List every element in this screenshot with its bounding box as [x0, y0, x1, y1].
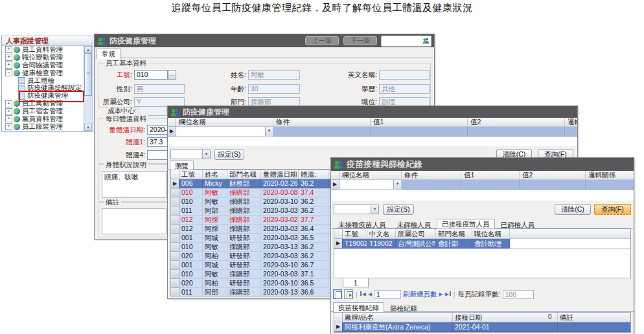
scroll-down-icon[interactable]: ▼: [84, 124, 92, 131]
table-cell[interactable]: 採購部: [227, 197, 261, 206]
filter-col-value1[interactable]: 值1: [461, 171, 520, 180]
browse-button[interactable]: …: [168, 70, 176, 80]
table-cell[interactable]: 011: [179, 206, 203, 216]
row-selector[interactable]: [171, 225, 179, 234]
table-cell[interactable]: Micky: [203, 179, 227, 188]
table-cell[interactable]: 2020-03-08: [261, 188, 299, 197]
table-cell[interactable]: 2020-03-03: [261, 234, 299, 243]
table-cell[interactable]: 採購部: [227, 270, 261, 279]
table-cell[interactable]: 採購部: [227, 216, 261, 225]
table-cell[interactable]: 36.2: [299, 179, 328, 188]
tab-0[interactable]: 未接種疫苗人員: [333, 219, 391, 229]
expand-icon[interactable]: +: [5, 115, 12, 122]
table-cell[interactable]: 001: [179, 234, 203, 243]
collapse-icon[interactable]: −: [5, 69, 12, 76]
prev-page-icon[interactable]: ◀: [368, 290, 372, 299]
table-cell[interactable]: 阿部: [203, 206, 227, 216]
tab-3[interactable]: 已篩檢人員: [496, 219, 540, 229]
expand-icon[interactable]: +: [5, 108, 12, 115]
filter-value2-cell[interactable]: [468, 127, 565, 137]
search-input[interactable]: [381, 36, 431, 47]
table-cell[interactable]: 採購部: [227, 188, 261, 197]
table-cell[interactable]: 36.2: [299, 206, 328, 216]
clear-button[interactable]: 清除(C): [555, 204, 591, 215]
table-cell[interactable]: 研發部: [227, 279, 261, 288]
table-cell[interactable]: 36.2: [299, 197, 328, 206]
row-selector[interactable]: [171, 261, 179, 270]
chevron-down-icon[interactable]: ▾: [371, 205, 378, 214]
column-header[interactable]: 體溫:: [299, 170, 328, 179]
filter-condition-cell[interactable]: [273, 127, 371, 137]
expand-icon[interactable]: +: [5, 46, 12, 53]
table-cell[interactable]: 010: [179, 197, 203, 206]
window-titlebar[interactable]: 防疫健康管理 上一筆 下一筆: [95, 34, 434, 47]
gender-field[interactable]: 男: [134, 84, 185, 94]
scroll-up-icon[interactable]: ▲: [84, 46, 92, 53]
row-selector[interactable]: [171, 243, 179, 252]
table-cell[interactable]: 2020-03-10: [261, 197, 299, 206]
filter-col-value2[interactable]: 值2: [468, 118, 565, 127]
last-page-icon[interactable]: ▶: [445, 290, 451, 299]
window-titlebar[interactable]: 疫苗接種與篩檢紀錄: [331, 158, 634, 171]
filter-field-dropdown[interactable]: ▾: [339, 180, 402, 190]
field-combo[interactable]: ▾: [334, 205, 379, 214]
column-header[interactable]: 廠牌/品名: [343, 313, 453, 322]
table-cell[interactable]: 採購部: [227, 243, 261, 252]
table-cell[interactable]: 阿柏: [203, 279, 227, 288]
window-titlebar[interactable]: 防疫健康管理: [168, 106, 577, 118]
expand-icon[interactable]: +: [5, 61, 12, 69]
tab-0[interactable]: 疫苗接種紀錄: [333, 302, 384, 313]
table-cell[interactable]: 37.7: [299, 216, 328, 225]
page-size-input[interactable]: 100: [503, 290, 534, 299]
filter-col-condition[interactable]: 條件: [402, 171, 461, 180]
next-page-icon[interactable]: ▶: [439, 290, 443, 299]
filter-value2-cell[interactable]: [520, 180, 586, 190]
row-selector[interactable]: ▶: [171, 179, 179, 188]
next-record-button[interactable]: 下一筆: [343, 36, 377, 45]
table-cell[interactable]: 阿敏: [203, 243, 227, 252]
table-cell[interactable]: 012: [179, 225, 203, 234]
table-cell[interactable]: 2020-03-03: [261, 270, 299, 279]
filter-col-field[interactable]: 欄位名稱: [339, 171, 402, 180]
table-cell[interactable]: 010: [179, 243, 203, 252]
table-cell[interactable]: 36.6: [299, 288, 328, 296]
filter-field-dropdown[interactable]: ▾: [176, 127, 273, 137]
table-cell[interactable]: 阿城: [203, 234, 227, 243]
filter-col-logic[interactable]: 邏輯關係: [586, 171, 634, 180]
filter-col-condition[interactable]: 條件: [273, 118, 371, 127]
age-field[interactable]: 30: [248, 84, 300, 94]
column-header[interactable]: 部門名稱: [436, 229, 472, 239]
table-cell[interactable]: 010: [179, 270, 203, 279]
name-field[interactable]: 阿敏: [248, 70, 300, 80]
table-cell[interactable]: T19002: [343, 239, 367, 249]
refresh-pages-link[interactable]: 刷新總頁數: [403, 290, 437, 299]
table-cell[interactable]: 36.2: [299, 243, 328, 252]
table-cell[interactable]: 阿敏: [203, 270, 227, 279]
table-cell[interactable]: 採購部: [227, 288, 261, 296]
table-cell[interactable]: 2020-03-10: [261, 279, 299, 288]
table-cell[interactable]: 阿城: [203, 261, 227, 270]
filter-data-row[interactable]: ▶ ▾: [331, 180, 634, 190]
table-cell[interactable]: 006: [179, 179, 203, 188]
row-selector[interactable]: [171, 234, 179, 243]
table-cell[interactable]: 011: [179, 288, 203, 296]
table-cell[interactable]: 2021-04-01: [453, 322, 558, 332]
table-cell[interactable]: 2020-03-03: [261, 206, 299, 216]
field-combo[interactable]: ▾: [170, 150, 211, 159]
table-cell[interactable]: 研發部: [227, 261, 261, 270]
row-selector[interactable]: [171, 252, 179, 261]
filter-value1-cell[interactable]: [461, 180, 520, 190]
table-cell[interactable]: 001: [179, 261, 203, 270]
eng-name-field[interactable]: [379, 70, 430, 80]
condition-textarea[interactable]: 頭痛、咳嗽: [102, 171, 167, 198]
sidebar-scrollbar[interactable]: ▲ ≡ ▼: [84, 46, 93, 131]
table-cell[interactable]: 020: [179, 252, 203, 261]
expand-icon[interactable]: +: [5, 100, 12, 107]
first-page-icon[interactable]: ◀: [360, 290, 366, 299]
chevron-down-icon[interactable]: ▾: [393, 180, 401, 189]
table-cell[interactable]: 研發部: [227, 234, 261, 243]
filter-data-row[interactable]: ▶ ▾: [168, 127, 577, 137]
table-cell[interactable]: 36.7: [299, 261, 328, 270]
row-selector[interactable]: [171, 279, 179, 288]
column-header[interactable]: 所屬公司: [396, 229, 436, 239]
